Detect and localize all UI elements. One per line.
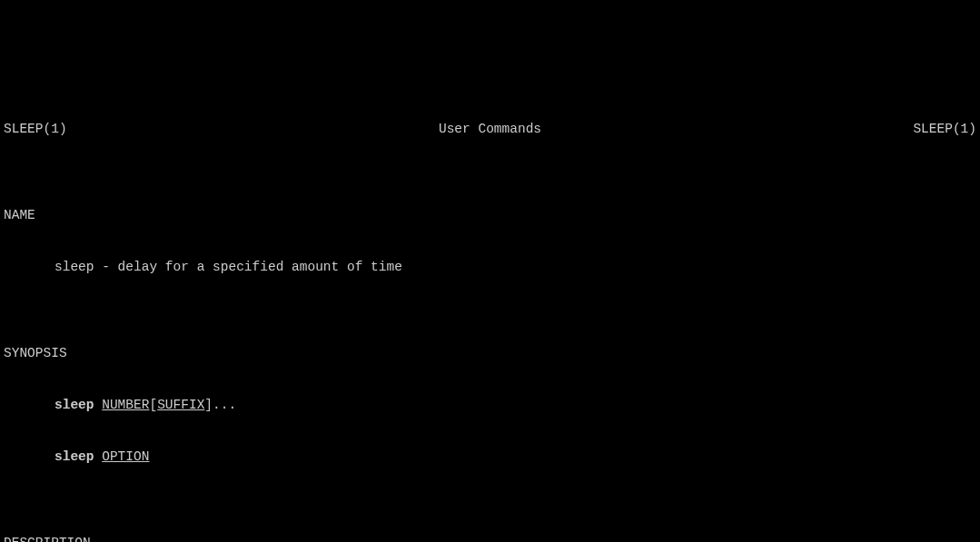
man-page-viewport[interactable]: SLEEP(1) User Commands SLEEP(1) NAME sle… — [0, 69, 980, 542]
synopsis-bracket-open: [ — [149, 398, 157, 412]
section-heading-name: NAME — [0, 207, 980, 224]
synopsis-arg-number: NUMBER — [102, 398, 149, 412]
section-heading-description: DESCRIPTION — [0, 535, 980, 542]
synopsis-cmd-1: sleep — [54, 398, 102, 412]
header-left: SLEEP(1) — [4, 121, 328, 138]
synopsis-line-2: sleep OPTION — [0, 448, 980, 466]
synopsis-arg-option: OPTION — [102, 449, 149, 464]
section-heading-synopsis: SYNOPSIS — [0, 345, 980, 362]
synopsis-bracket-close: ]... — [204, 398, 236, 412]
header-right: SLEEP(1) — [652, 121, 976, 138]
header-row: SLEEP(1) User Commands SLEEP(1) — [0, 121, 980, 138]
synopsis-arg-suffix: SUFFIX — [157, 398, 204, 412]
synopsis-cmd-2: sleep — [54, 449, 102, 464]
header-center: User Commands — [328, 121, 652, 138]
name-body: sleep - delay for a specified amount of … — [0, 259, 980, 276]
synopsis-line-1: sleep NUMBER[SUFFIX]... — [0, 397, 980, 414]
